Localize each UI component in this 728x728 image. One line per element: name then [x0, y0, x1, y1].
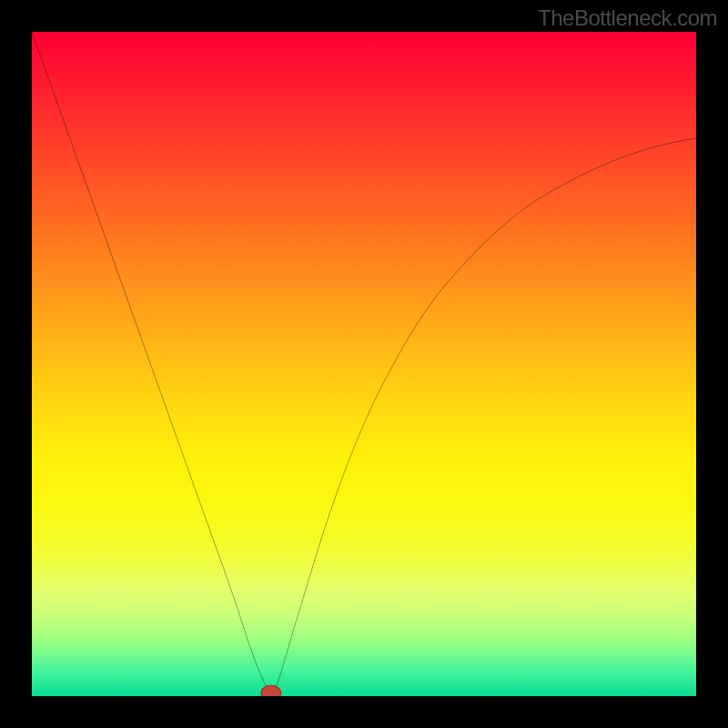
plot-area: [32, 32, 696, 696]
bottleneck-curve: [32, 32, 696, 693]
chart-stage: TheBottleneck.com: [0, 0, 728, 728]
curve-layer: [32, 32, 696, 696]
minimum-marker-icon: [261, 685, 281, 696]
watermark-text: TheBottleneck.com: [538, 5, 717, 31]
